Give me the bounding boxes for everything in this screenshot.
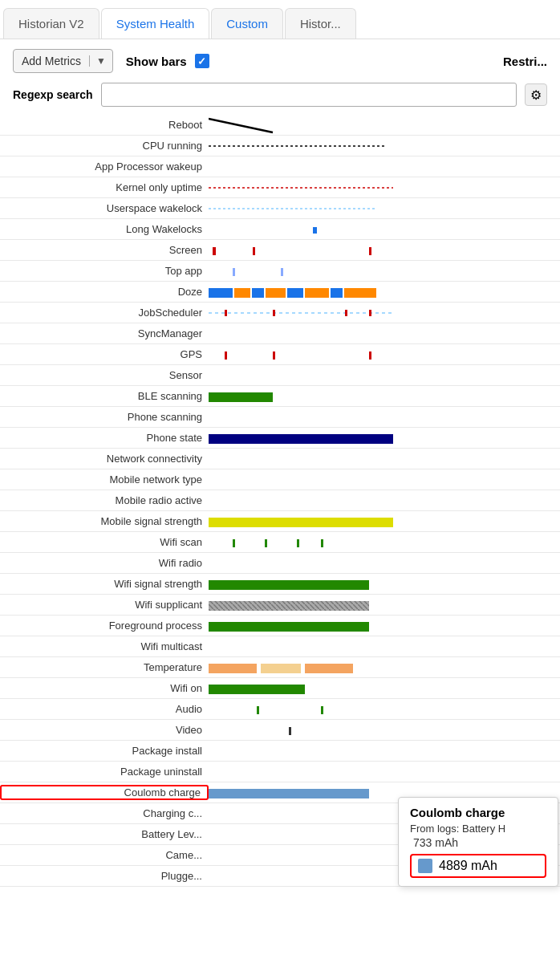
metric-bar-wifi-radio [209,553,560,574]
tab-historian-v2[interactable]: Historian V2 [3,8,99,39]
metric-bar-app-processor [209,156,560,177]
metric-bar-syncmanager [209,323,560,344]
svg-rect-19 [225,310,227,316]
metric-row-gps: GPS [0,344,560,365]
app-container: Historian V2 System Health Custom Histor… [0,0,560,963]
svg-rect-16 [331,288,343,298]
metric-row-package-install: Package install [0,741,560,762]
metric-label-package-install: Package install [0,745,209,757]
show-bars-checkbox[interactable] [195,54,209,68]
metric-bar-mobile-network-type [209,469,560,490]
svg-rect-20 [273,310,275,316]
metric-bar-jobscheduler [209,303,560,323]
show-bars-label: Show bars [126,55,187,68]
metric-bar-package-uninstall [209,762,560,782]
metric-bar-gps [209,344,560,365]
svg-rect-8 [233,268,235,276]
regexp-search-label: Regexp search [13,88,93,101]
restrict-label: Restri... [503,55,547,68]
metric-bar-mobile-signal-strength [209,511,560,532]
metric-bar-audio [209,699,560,720]
metric-label-reboot: Reboot [0,119,209,131]
metric-row-ble-scanning: BLE scanning [0,386,560,407]
svg-rect-45 [209,789,369,798]
popup-from: From logs: Battery H [410,823,546,835]
metric-label-doze: Doze [0,286,209,298]
metric-label-ble-scanning: BLE scanning [0,390,209,402]
svg-rect-26 [209,392,273,402]
popup-value2: 4889 mAh [439,859,497,873]
metric-bar-ble-scanning [209,386,560,407]
metric-label-cpu-running: CPU running [0,140,209,152]
svg-rect-24 [273,351,275,360]
add-metrics-label: Add Metrics [14,55,89,67]
metric-label-app-processor: App Processor wakeup [0,160,209,173]
metric-bar-phone-scanning [209,407,560,428]
svg-rect-41 [209,685,305,694]
metric-bar-phone-state [209,428,560,449]
metric-row-cpu-running: CPU running [0,136,560,156]
metric-label-syncmanager: SyncManager [0,327,209,339]
metric-row-jobscheduler: JobScheduler [0,303,560,323]
tab-custom[interactable]: Custom [211,8,283,39]
metric-bar-foreground-process [209,616,560,636]
metric-row-mobile-signal-strength: Mobile signal strength [0,511,560,532]
svg-line-0 [209,119,273,132]
svg-rect-9 [281,268,283,276]
toolbar: Add Metrics ▼ Show bars Restri... [0,39,560,79]
metric-bar-mobile-radio-active [209,490,560,511]
popup-title: Coulomb charge [410,806,546,819]
search-input[interactable] [101,83,517,107]
metric-row-top-app: Top app [0,261,560,282]
svg-rect-7 [369,247,371,255]
gear-icon[interactable]: ⚙ [525,83,547,106]
svg-rect-12 [252,288,264,298]
metric-row-phone-state: Phone state [0,428,560,449]
metric-label-screen: Screen [0,244,209,256]
metric-row-long-wakelocks: Long Wakelocks [0,219,560,240]
metric-bar-wifi-on [209,678,560,699]
metric-bar-screen [209,240,560,261]
metric-bar-long-wakelocks [209,219,560,240]
popup-color-swatch [418,859,432,873]
metric-bar-reboot [209,115,560,136]
svg-rect-30 [265,539,267,547]
metric-label-wifi-signal-strength: Wifi signal strength [0,578,209,590]
svg-rect-33 [209,580,369,590]
svg-rect-11 [234,288,250,298]
metric-row-kernel-uptime: Kernel only uptime [0,177,560,198]
metric-label-mobile-radio-active: Mobile radio active [0,494,209,506]
metric-label-long-wakelocks: Long Wakelocks [0,223,209,235]
metric-label-network-connectivity: Network connectivity [0,453,209,465]
metric-row-phone-scanning: Phone scanning [0,407,560,428]
metric-row-wifi-on: Wifi on [0,678,560,699]
coulomb-popup: Coulomb charge From logs: Battery H 733 … [398,797,558,887]
add-metrics-dropdown-arrow[interactable]: ▼ [89,55,112,67]
metric-bar-video [209,720,560,741]
metric-label-wifi-multicast: Wifi multicast [0,640,209,652]
svg-rect-36 [209,601,369,611]
metric-label-mobile-signal-strength: Mobile signal strength [0,515,209,527]
svg-rect-14 [287,288,303,298]
metrics-container: Reboot CPU running App Processor w [0,115,560,887]
metric-row-doze: Doze [0,282,560,303]
tab-system-health[interactable]: System Health [101,8,210,39]
metric-bar-kernel-uptime [209,177,560,198]
tab-histor[interactable]: Histor... [285,8,356,39]
metric-row-wifi-multicast: Wifi multicast [0,636,560,657]
svg-rect-43 [321,706,323,714]
metric-label-top-app: Top app [0,265,209,277]
metric-label-wifi-radio: Wifi radio [0,557,209,569]
metric-label-package-uninstall: Package uninstall [0,766,209,778]
metric-row-syncmanager: SyncManager [0,323,560,344]
svg-rect-27 [209,434,393,444]
add-metrics-button[interactable]: Add Metrics ▼ [13,49,113,73]
metric-label-charging-c: Charging c... [0,807,209,819]
metric-bar-temperature [209,657,560,678]
popup-value2-row: 4889 mAh [410,854,546,878]
svg-rect-15 [305,288,329,298]
metric-label-wifi-scan: Wifi scan [0,536,209,548]
popup-value1: 733 mAh [410,836,546,849]
metric-bar-network-connectivity [209,449,560,469]
svg-rect-25 [369,351,371,360]
